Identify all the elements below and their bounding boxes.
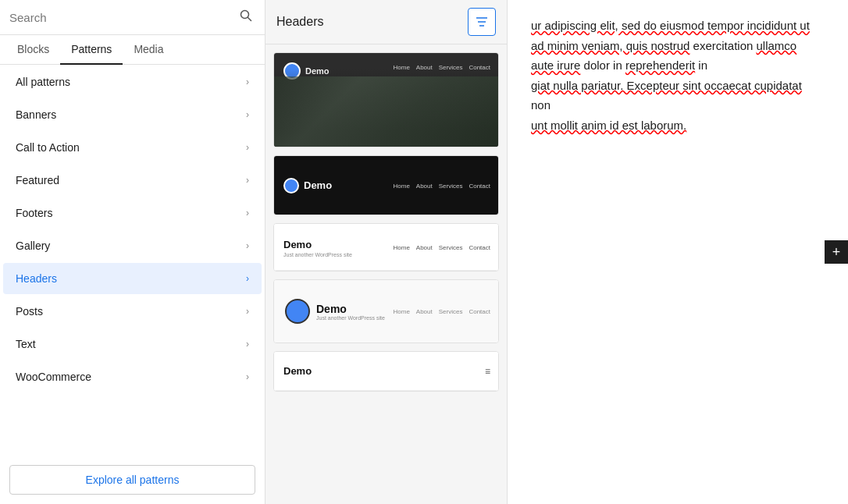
nav-list: All patterns › Banners › Call to Action …	[0, 65, 265, 456]
chevron-right-icon: ›	[246, 142, 249, 153]
tab-patterns[interactable]: Patterns	[60, 35, 123, 65]
pattern-logo: Demo Just another WordPress site	[283, 237, 352, 257]
content-text: ur adipiscing elit, sed do eiusmod tempo…	[531, 16, 825, 135]
nav-link: Contact	[469, 308, 490, 315]
sidebar-item-label: All patterns	[16, 76, 70, 88]
chevron-right-icon: ›	[246, 109, 249, 120]
pattern-card-simple[interactable]: Demo ≡	[273, 351, 499, 392]
nav-link: Services	[439, 182, 463, 189]
sidebar-item-woocommerce[interactable]: WooCommerce ›	[3, 361, 262, 392]
patterns-header: Headers	[265, 0, 507, 44]
search-bar	[0, 0, 265, 35]
add-button[interactable]: +	[825, 240, 848, 264]
pattern-preview: Demo Home About Services Contact	[274, 156, 498, 215]
sidebar-item-text[interactable]: Text ›	[3, 328, 262, 360]
pattern-logo: Demo Just another WordPress site	[316, 303, 385, 321]
text-segment: unt mollit anim id est laborum.	[531, 119, 686, 132]
pattern-preview: Demo Just another WordPress site Home Ab…	[274, 224, 498, 271]
filter-button[interactable]	[468, 8, 496, 36]
search-button[interactable]	[237, 6, 255, 28]
chevron-right-icon: ›	[246, 208, 249, 218]
chevron-right-icon: ›	[246, 339, 249, 350]
pattern-card-black[interactable]: Demo Home About Services Contact	[273, 155, 499, 215]
sidebar-item-call-to-action[interactable]: Call to Action ›	[3, 132, 262, 163]
patterns-panel: Headers Demo Home About Services	[265, 0, 508, 504]
chevron-right-icon: ›	[246, 175, 249, 186]
pattern-card-logo-large[interactable]: Demo Just another WordPress site Home Ab…	[273, 279, 499, 343]
text-segment: reprehenderit	[625, 59, 695, 72]
left-panel: Blocks Patterns Media All patterns › Ban…	[0, 0, 265, 504]
sidebar-item-label: Call to Action	[16, 141, 80, 154]
chevron-right-icon: ›	[246, 76, 249, 87]
nav-link: Home	[393, 243, 409, 250]
nav-links: Home About Services Contact	[393, 243, 490, 250]
sidebar-item-label: Banners	[16, 108, 56, 121]
sidebar-item-banners[interactable]: Banners ›	[3, 99, 262, 130]
nav-link: About	[416, 308, 433, 315]
pattern-preview: Demo Home About Services Contact	[274, 53, 498, 147]
pattern-card-white-simple[interactable]: Demo Just another WordPress site Home Ab…	[273, 223, 499, 272]
nav-link: Services	[439, 308, 463, 315]
text-segment: ur adipiscing elit, sed do eiusmod tempo…	[531, 19, 810, 32]
chevron-right-icon: ›	[246, 240, 249, 251]
nav-link: Home	[393, 308, 409, 315]
sidebar-item-all-patterns[interactable]: All patterns ›	[3, 66, 262, 98]
sidebar-item-label: Featured	[16, 174, 59, 186]
text-segment: giat nulla pariatur. Excepteur sint occa…	[531, 79, 802, 92]
sidebar-item-label: Gallery	[16, 240, 50, 252]
sidebar-item-label: Posts	[16, 305, 43, 318]
logo-text: Demo	[283, 365, 312, 377]
nav-link: Services	[439, 243, 463, 250]
text-segment: aute irure	[531, 59, 580, 72]
svg-line-1	[248, 18, 251, 21]
sidebar-item-headers[interactable]: Headers ›	[3, 263, 262, 294]
nav-links: Home About Services Contact	[393, 182, 490, 189]
nav-links: ≡	[485, 366, 490, 377]
tab-blocks[interactable]: Blocks	[6, 35, 60, 65]
pattern-logo: Demo	[283, 178, 332, 193]
nav-link-hamburger: ≡	[485, 366, 490, 377]
sidebar-item-posts[interactable]: Posts ›	[3, 296, 262, 327]
logo-circle	[283, 178, 299, 193]
sidebar-item-label: WooCommerce	[16, 371, 91, 383]
sidebar-item-featured[interactable]: Featured ›	[3, 165, 262, 196]
sidebar-item-label: Footers	[16, 207, 52, 219]
chevron-right-icon: ›	[246, 273, 249, 284]
pattern-preview: Demo Just another WordPress site Home Ab…	[274, 280, 498, 343]
tabs-bar: Blocks Patterns Media	[0, 35, 265, 65]
logo-circle	[285, 299, 310, 324]
text-segment: ad minim veniam, quis nostrud	[531, 39, 689, 52]
logo-text: Demo	[283, 239, 312, 250]
nav-link: About	[416, 243, 433, 250]
chevron-right-icon: ›	[246, 371, 249, 382]
logo-sub: Just another WordPress site	[283, 252, 352, 257]
logo-text: Demo	[316, 303, 385, 315]
pattern-card-dark-forest[interactable]: Demo Home About Services Contact	[273, 52, 499, 147]
chevron-right-icon: ›	[246, 306, 249, 317]
sidebar-item-label: Text	[16, 338, 36, 350]
nav-link: Contact	[469, 243, 490, 250]
explore-all-patterns-button[interactable]: Explore all patterns	[9, 465, 255, 495]
nav-link: Home	[393, 182, 409, 189]
logo-text: Demo	[304, 179, 332, 191]
pattern-preview: Demo ≡	[274, 352, 498, 391]
patterns-list: Demo Home About Services Contact Demo	[265, 44, 507, 504]
text-segment: ullamco	[756, 39, 796, 52]
nav-link: About	[416, 182, 433, 189]
sidebar-item-label: Headers	[16, 272, 57, 285]
patterns-panel-title: Headers	[276, 15, 323, 29]
tab-media[interactable]: Media	[123, 35, 174, 65]
nav-link: Contact	[469, 182, 490, 189]
sidebar-item-gallery[interactable]: Gallery ›	[3, 230, 262, 261]
sidebar-item-footers[interactable]: Footers ›	[3, 197, 262, 229]
logo-sub: Just another WordPress site	[316, 315, 385, 321]
nav-links: Home About Services Contact	[393, 308, 490, 315]
content-panel: ur adipiscing elit, sed do eiusmod tempo…	[508, 0, 848, 504]
search-input[interactable]	[9, 11, 237, 24]
